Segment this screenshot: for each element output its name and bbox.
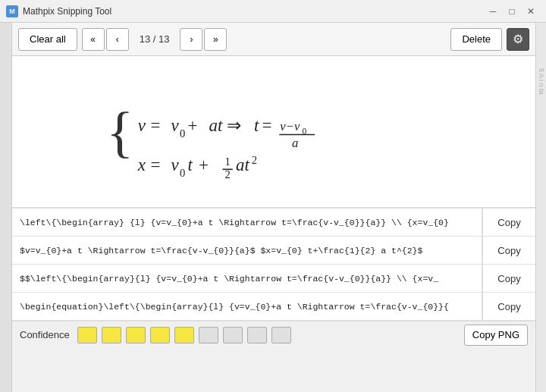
svg-text:=: = (151, 156, 161, 175)
copy-png-button[interactable]: Copy PNG (464, 325, 528, 346)
result-text-4: \begin{equation}\left\{\begin{array}{l} … (12, 293, 482, 320)
minimize-button[interactable]: ─ (484, 4, 502, 19)
svg-text:+: + (199, 156, 209, 175)
svg-text:⇒: ⇒ (227, 117, 241, 136)
confidence-block-6 (199, 327, 218, 343)
confidence-block-5 (174, 327, 194, 343)
svg-text:x: x (137, 156, 146, 175)
result-row: $v=v_{0}+a t \Rightarrow t=\frac{v-v_{0}… (12, 237, 535, 265)
window-controls: ─ □ ✕ (484, 4, 540, 19)
formula-svg: { v = v 0 + at ⇒ t = v−v 0 a x = v (84, 68, 463, 195)
svg-text:v−v: v−v (280, 119, 300, 133)
center-panel: Clear all « ‹ 13 / 13 › » Delete ⚙ { v = (12, 23, 535, 392)
confidence-label: Confidence (20, 329, 70, 340)
clear-all-button[interactable]: Clear all (18, 28, 77, 51)
settings-button[interactable]: ⚙ (507, 28, 529, 51)
copy-button-2[interactable]: Copy (482, 237, 535, 264)
svg-text:1: 1 (224, 155, 230, 168)
result-row: \begin{equation}\left\{\begin{array}{l} … (12, 293, 535, 321)
result-text-3: $$\left\{\begin{array}{l} {v=v_{0}+a t \… (12, 265, 482, 292)
toolbar: Clear all « ‹ 13 / 13 › » Delete ⚙ (12, 23, 535, 56)
svg-text:{: { (106, 101, 133, 164)
svg-text:0: 0 (302, 127, 306, 136)
copy-button-4[interactable]: Copy (482, 293, 535, 320)
result-text-2: $v=v_{0}+a t \Rightarrow t=\frac{v-v_{0}… (12, 237, 482, 264)
result-text-1: \left\{\begin{array} {l} {v=v_{0}+a t \R… (12, 209, 482, 236)
maximize-button[interactable]: □ (503, 4, 521, 19)
confidence-block-2 (102, 327, 121, 343)
copy-button-1[interactable]: Copy (482, 209, 535, 236)
nav-group-right: › » (180, 28, 227, 51)
confidence-block-9 (271, 327, 291, 343)
confidence-block-7 (223, 327, 243, 343)
app-title: Mathpix Snipping Tool (23, 6, 111, 17)
svg-text:2: 2 (224, 168, 230, 180)
confidence-block-8 (247, 327, 267, 343)
svg-text:0: 0 (180, 127, 185, 140)
page-counter: 13 / 13 (133, 33, 176, 45)
confidence-row: Confidence Copy PNG (12, 321, 535, 348)
svg-text:at: at (209, 117, 223, 136)
last-page-button[interactable]: » (204, 28, 227, 51)
first-page-button[interactable]: « (82, 28, 105, 51)
svg-text:+: + (187, 117, 197, 136)
sidebar-text: 5 A i n ta (538, 68, 544, 95)
prev-page-button[interactable]: ‹ (106, 28, 129, 51)
main-container: Clear all « ‹ 13 / 13 › » Delete ⚙ { v = (0, 23, 546, 392)
svg-text:t: t (254, 117, 259, 136)
formula-preview: { v = v 0 + at ⇒ t = v−v 0 a x = v (12, 56, 535, 208)
right-sidebar: 5 A i n ta (535, 23, 546, 392)
close-button[interactable]: ✕ (522, 4, 540, 19)
titlebar: M Mathpix Snipping Tool ─ □ ✕ (0, 0, 546, 23)
confidence-block-1 (77, 327, 97, 343)
svg-text:at: at (236, 156, 249, 175)
result-row: \left\{\begin{array} {l} {v=v_{0}+a t \R… (12, 209, 535, 237)
nav-group: « ‹ (82, 28, 129, 51)
result-row: $$\left\{\begin{array}{l} {v=v_{0}+a t \… (12, 265, 535, 293)
svg-text:2: 2 (252, 154, 257, 166)
results-panel: \left\{\begin{array} {l} {v=v_{0}+a t \R… (12, 208, 535, 348)
confidence-block-4 (150, 327, 170, 343)
svg-text:v: v (171, 156, 180, 175)
svg-text:v: v (138, 117, 146, 136)
left-sidebar (0, 23, 12, 392)
delete-button[interactable]: Delete (450, 28, 502, 51)
next-page-button[interactable]: › (180, 28, 202, 51)
svg-text:v: v (171, 117, 180, 136)
copy-button-3[interactable]: Copy (482, 265, 535, 292)
svg-text:a: a (292, 136, 298, 150)
confidence-block-3 (126, 327, 146, 343)
app-icon: M (6, 5, 18, 17)
svg-text:=: = (151, 117, 161, 136)
svg-text:t: t (187, 156, 193, 175)
svg-text:0: 0 (180, 167, 185, 179)
svg-text:=: = (262, 117, 271, 136)
